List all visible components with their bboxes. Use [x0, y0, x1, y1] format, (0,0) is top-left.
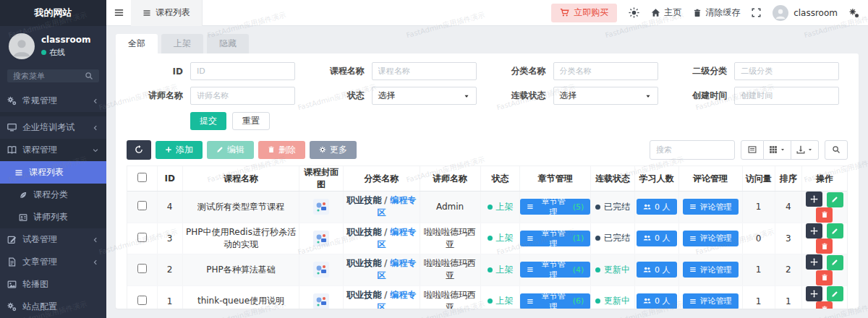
- submit-button[interactable]: 提交: [190, 112, 226, 130]
- chapter-manage-button[interactable]: 章节管理(1): [520, 231, 590, 246]
- user-menu[interactable]: classroom: [773, 5, 838, 21]
- row-edit-button[interactable]: [827, 223, 843, 239]
- sidebar-item-banner[interactable]: 轮播图: [0, 273, 106, 296]
- status-filter-select[interactable]: 选择: [372, 87, 477, 105]
- site-brand[interactable]: 我的网站: [0, 0, 106, 26]
- col-header-id[interactable]: ID: [157, 166, 182, 192]
- comment-manage-button[interactable]: 评论管理: [683, 262, 739, 278]
- tab-online[interactable]: 上架: [161, 34, 203, 53]
- export-button[interactable]: [791, 140, 819, 160]
- search-toggle-button[interactable]: [825, 140, 848, 160]
- course-cover-image[interactable]: [313, 293, 329, 309]
- leaf-icon: [19, 191, 27, 199]
- col-header-visits[interactable]: 访问量: [742, 166, 775, 192]
- sidebar-toggle-button[interactable]: [106, 0, 131, 26]
- columns-button[interactable]: [764, 140, 791, 160]
- chapter-manage-button[interactable]: 章节管理(5): [520, 199, 590, 215]
- tab-hidden[interactable]: 隐藏: [207, 34, 249, 53]
- comment-manage-button[interactable]: 评论管理: [683, 231, 739, 246]
- students-badge[interactable]: 0 人: [637, 293, 677, 309]
- col-header-cover[interactable]: 课程封面图: [299, 166, 344, 192]
- col-header-comments[interactable]: 评论管理: [678, 166, 742, 192]
- row-edit-button[interactable]: [827, 255, 843, 270]
- create-time-filter-input[interactable]: [734, 87, 839, 105]
- drag-sort-button[interactable]: [806, 254, 822, 270]
- detail-view-button[interactable]: [741, 140, 764, 160]
- col-header-status[interactable]: 状态: [480, 166, 520, 192]
- more-button[interactable]: 更多: [310, 141, 357, 159]
- row-checkbox[interactable]: [137, 233, 147, 242]
- id-filter-input[interactable]: [190, 62, 295, 80]
- drag-sort-button[interactable]: [806, 223, 822, 239]
- search-icon[interactable]: [85, 72, 93, 80]
- col-header-sort[interactable]: 排序: [775, 166, 801, 192]
- avatar[interactable]: [9, 33, 35, 59]
- chapter-manage-button[interactable]: 章节管理(6): [520, 293, 590, 309]
- col-header-actions[interactable]: 操作: [801, 166, 847, 192]
- row-edit-button[interactable]: [827, 192, 843, 207]
- col-header-serial[interactable]: 连载状态: [591, 166, 635, 192]
- col-header-category[interactable]: 分类名称: [343, 166, 420, 192]
- buy-now-button[interactable]: 立即购买: [551, 4, 617, 22]
- students-badge[interactable]: 0 人: [637, 199, 677, 215]
- sidebar-item-exam-mgmt[interactable]: 试卷管理: [0, 228, 106, 251]
- col-header-teacher[interactable]: 讲师名称: [420, 166, 480, 192]
- row-delete-button[interactable]: [816, 207, 833, 223]
- add-button[interactable]: 添加: [156, 141, 203, 159]
- comment-manage-button[interactable]: 评论管理: [683, 199, 739, 215]
- theme-toggle-button[interactable]: [629, 7, 639, 18]
- teacher-name-filter-input[interactable]: [190, 87, 295, 105]
- reset-button[interactable]: 重置: [232, 112, 270, 130]
- category-name-filter-input[interactable]: [553, 62, 658, 80]
- serial-status-filter-select[interactable]: 选择: [553, 87, 658, 105]
- col-header-students[interactable]: 学习人数: [634, 166, 678, 192]
- row-checkbox[interactable]: [137, 201, 147, 210]
- sidebar-item-teacher-list[interactable]: 讲师列表: [0, 206, 106, 228]
- col-header-name[interactable]: 课程名称: [182, 166, 299, 192]
- comment-manage-button[interactable]: 评论管理: [683, 293, 739, 309]
- sidebar-item-course-category[interactable]: 课程分类: [0, 184, 106, 206]
- row-delete-button[interactable]: [816, 270, 833, 285]
- category-link[interactable]: 编程专区: [377, 258, 416, 280]
- sidebar-item-article-mgmt[interactable]: 文章管理: [0, 251, 106, 273]
- sidebar-item-training[interactable]: 企业培训考试: [0, 116, 106, 139]
- list-icon: [689, 298, 697, 305]
- col-header-chapters[interactable]: 章节管理: [520, 166, 591, 192]
- row-delete-button[interactable]: [816, 239, 833, 254]
- drag-sort-button[interactable]: [806, 192, 822, 207]
- tab-all[interactable]: 全部: [116, 34, 158, 53]
- sidebar-item-course-list[interactable]: 课程列表: [0, 161, 106, 184]
- sidebar-search-input[interactable]: [13, 72, 85, 81]
- row-checkbox[interactable]: [137, 296, 147, 305]
- row-checkbox[interactable]: [137, 264, 147, 273]
- clear-cache-button[interactable]: 清除缓存: [693, 7, 740, 19]
- settings-gear-icon[interactable]: [849, 8, 859, 18]
- chapter-manage-button[interactable]: 章节管理(4): [520, 262, 590, 278]
- delete-button[interactable]: 删除: [258, 141, 305, 159]
- refresh-button[interactable]: [127, 140, 151, 160]
- sidebar-item-course-mgmt[interactable]: 课程管理: [0, 139, 106, 161]
- row-edit-button[interactable]: [827, 286, 843, 301]
- drag-sort-button[interactable]: [806, 286, 822, 301]
- course-cover-image[interactable]: [313, 262, 329, 278]
- category-link[interactable]: 编程专区: [377, 195, 416, 218]
- select-all-checkbox[interactable]: [137, 173, 147, 182]
- course-cover-image[interactable]: [313, 231, 329, 246]
- edit-button[interactable]: 编辑: [207, 141, 254, 159]
- students-badge[interactable]: 0 人: [637, 262, 677, 278]
- students-badge[interactable]: 0 人: [637, 231, 677, 246]
- course-name-filter-input[interactable]: [372, 62, 477, 80]
- home-link[interactable]: 主页: [651, 7, 681, 19]
- table-search-input[interactable]: [650, 140, 735, 160]
- category-link[interactable]: 编程专区: [377, 290, 416, 309]
- sidebar-item-general[interactable]: 常规管理: [0, 90, 106, 112]
- course-cover-image[interactable]: [313, 199, 329, 215]
- row-delete-button[interactable]: [816, 301, 833, 309]
- serial-status-badge: 更新中: [595, 264, 630, 276]
- tab-course-list[interactable]: 课程列表: [131, 0, 203, 26]
- category-link[interactable]: 编程专区: [377, 227, 416, 249]
- teacher-name-filter-label: 讲师名称: [127, 90, 183, 102]
- sidebar-item-site-config[interactable]: 站点配置: [0, 296, 106, 318]
- fullscreen-button[interactable]: [752, 8, 761, 17]
- sub-category-filter-input[interactable]: [734, 62, 839, 80]
